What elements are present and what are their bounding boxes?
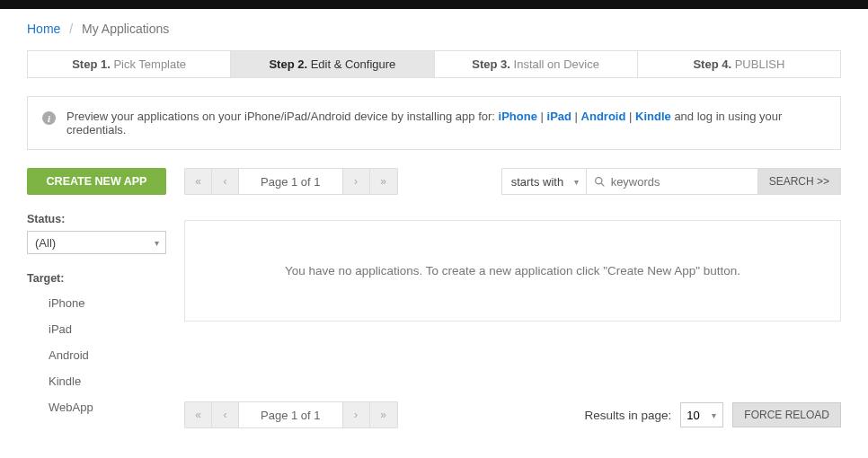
content-area: You have no applications. To create a ne…	[184, 195, 841, 428]
info-banner: i Preview your applications on your iPho…	[27, 96, 841, 150]
search-input-wrap	[587, 169, 757, 194]
pager-label: Page 1 of 1	[239, 402, 343, 427]
empty-state: You have no applications. To create a ne…	[184, 220, 841, 321]
step-4-bold: Step 4.	[693, 57, 731, 71]
breadcrumb-current: My Applications	[82, 22, 169, 36]
target-item-android[interactable]: Android	[27, 342, 166, 368]
status-select[interactable]: (All)	[27, 231, 166, 254]
step-pick-template[interactable]: Step 1. Pick Template	[28, 51, 231, 77]
force-reload-button[interactable]: FORCE RELOAD	[732, 402, 841, 427]
chevron-right-icon: ›	[354, 409, 358, 421]
step-2-bold: Step 2.	[269, 57, 307, 71]
double-chevron-left-icon: «	[195, 409, 201, 421]
info-sep-1: |	[537, 110, 547, 123]
content: « ‹ Page 1 of 1 › » starts with ▾	[184, 168, 841, 428]
results-per-page-label: Results in page:	[585, 409, 672, 422]
step-install-device[interactable]: Step 3. Install on Device	[435, 51, 638, 77]
perpage-wrap: 10 ▾	[680, 402, 723, 427]
pager-first-button[interactable]: «	[185, 402, 212, 427]
double-chevron-left-icon: «	[195, 175, 201, 188]
double-chevron-right-icon: »	[380, 409, 386, 421]
create-new-app-button[interactable]: CREATE NEW APP	[27, 168, 166, 195]
pager-bottom: « ‹ Page 1 of 1 › »	[184, 401, 398, 428]
search-button[interactable]: SEARCH >>	[757, 169, 840, 194]
step-2-label: Edit & Configure	[307, 57, 395, 71]
target-item-ipad[interactable]: iPad	[27, 316, 166, 342]
status-label: Status:	[27, 213, 166, 225]
search-icon	[594, 176, 606, 188]
search-input[interactable]	[606, 175, 750, 189]
target-item-iphone[interactable]: iPhone	[27, 290, 166, 316]
breadcrumb-home[interactable]: Home	[27, 22, 60, 36]
info-sep-2: |	[571, 110, 581, 123]
pager-first-button[interactable]: «	[185, 169, 212, 194]
pager-next-button[interactable]: ›	[343, 402, 370, 427]
top-toolbar: « ‹ Page 1 of 1 › » starts with ▾	[184, 168, 841, 195]
step-publish[interactable]: Step 4. PUBLISH	[638, 51, 840, 77]
link-iphone[interactable]: iPhone	[499, 110, 537, 123]
step-3-bold: Step 3.	[472, 57, 510, 71]
breadcrumb-separator: /	[69, 22, 73, 36]
link-android[interactable]: Android	[581, 110, 626, 123]
breadcrumb: Home / My Applications	[27, 9, 841, 50]
pager-last-button[interactable]: »	[370, 169, 397, 194]
double-chevron-right-icon: »	[380, 175, 386, 188]
svg-point-0	[595, 177, 601, 183]
chevron-right-icon: ›	[354, 175, 358, 188]
pager-prev-button[interactable]: ‹	[212, 402, 239, 427]
search-mode-select[interactable]: starts with	[502, 169, 586, 194]
info-prefix: Preview your applications on your iPhone…	[66, 110, 499, 123]
link-kindle[interactable]: Kindle	[635, 110, 671, 123]
pager-top: « ‹ Page 1 of 1 › »	[184, 168, 398, 195]
target-label: Target:	[27, 272, 166, 285]
step-edit-configure[interactable]: Step 2. Edit & Configure	[231, 51, 434, 77]
bottom-toolbar: « ‹ Page 1 of 1 › » Results in page: 10 …	[184, 383, 841, 428]
pager-last-button[interactable]: »	[370, 402, 397, 427]
info-text: Preview your applications on your iPhone…	[66, 110, 826, 137]
main-row: CREATE NEW APP Status: (All) ▾ Target: i…	[27, 168, 841, 428]
pager-next-button[interactable]: ›	[343, 169, 370, 194]
chevron-left-icon: ‹	[224, 175, 227, 188]
status-select-wrap: (All) ▾	[27, 231, 166, 254]
results-per-page-select[interactable]: 10	[680, 402, 723, 427]
target-list: iPhone iPad Android Kindle WebApp	[27, 290, 166, 420]
target-item-kindle[interactable]: Kindle	[27, 368, 166, 394]
search-group: starts with ▾ SEARCH >>	[501, 168, 841, 195]
wizard-steps: Step 1. Pick Template Step 2. Edit & Con…	[27, 50, 841, 78]
pager-label: Page 1 of 1	[239, 169, 343, 194]
link-ipad[interactable]: iPad	[547, 110, 571, 123]
sidebar: CREATE NEW APP Status: (All) ▾ Target: i…	[27, 168, 166, 428]
info-sep-3: |	[625, 110, 635, 123]
target-item-webapp[interactable]: WebApp	[27, 394, 166, 420]
pager-prev-button[interactable]: ‹	[212, 169, 239, 194]
page-container: Home / My Applications Step 1. Pick Temp…	[0, 9, 868, 428]
search-mode-wrap: starts with ▾	[502, 169, 587, 194]
step-4-label: PUBLISH	[731, 57, 784, 71]
chevron-left-icon: ‹	[224, 409, 227, 421]
window-topbar	[0, 0, 868, 9]
svg-line-1	[601, 183, 604, 186]
info-icon: i	[42, 111, 56, 125]
step-1-bold: Step 1.	[72, 57, 111, 71]
step-1-label: Pick Template	[111, 57, 186, 71]
step-3-label: Install on Device	[510, 57, 599, 71]
